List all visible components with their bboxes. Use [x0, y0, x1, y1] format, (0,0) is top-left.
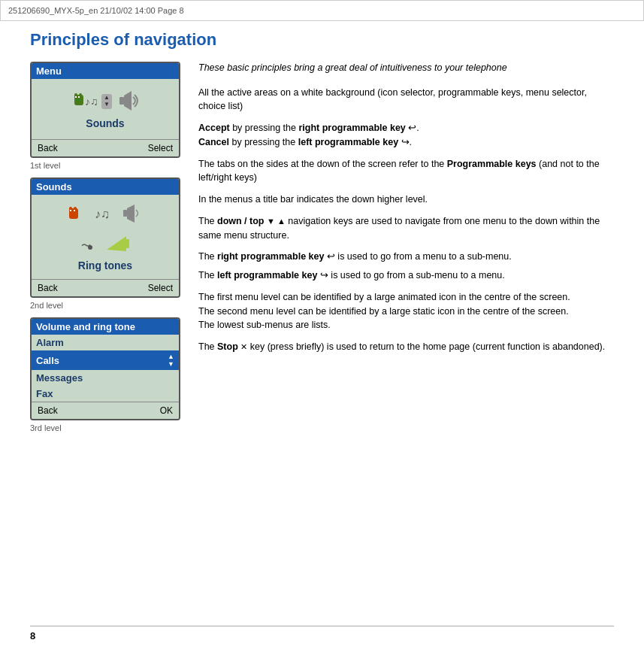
- svg-rect-3: [75, 96, 77, 98]
- screen3-list: Alarm Calls ▲ ▼ Messages: [32, 335, 179, 402]
- svg-point-18: [88, 245, 92, 250]
- screen2-icons: ♪♫: [68, 199, 143, 230]
- screen1-back: Back: [38, 143, 58, 153]
- left-column: Menu: [30, 62, 180, 440]
- screen3-titlebar: Volume and ring tone: [32, 319, 179, 335]
- nav-arrows-1: ▲ ▼: [101, 94, 112, 109]
- screen2-footer: Back Select: [32, 279, 179, 296]
- main-content: Principles of navigation Menu: [30, 30, 614, 619]
- list-item-calls: Calls ▲ ▼: [32, 350, 179, 370]
- page-header: 251206690_MYX-5p_en 21/10/02 14:00 Page …: [0, 0, 644, 21]
- page-title: Principles of navigation: [30, 30, 614, 50]
- screen1-select: Select: [148, 143, 173, 153]
- level-label-3: 3rd level: [30, 423, 180, 432]
- right-column: These basic principles bring a great dea…: [198, 62, 614, 362]
- svg-text:♪♫: ♪♫: [85, 96, 97, 108]
- svg-rect-7: [119, 97, 124, 105]
- screen2-label: Ring tones: [78, 259, 132, 271]
- content-layout: Menu: [30, 62, 614, 440]
- para-9: The Stop ✕ key (press briefly) is used t…: [198, 340, 614, 354]
- left-key-bold: left programmable key: [298, 137, 398, 147]
- svg-marker-19: [107, 236, 126, 251]
- screen2-select: Select: [148, 283, 173, 293]
- para-6: The right programmable key ↩ is used to …: [198, 250, 614, 264]
- svg-rect-20: [126, 239, 129, 248]
- speaker-icon-1: [116, 89, 139, 114]
- screen3-ok: OK: [160, 405, 173, 416]
- header-text: 251206690_MYX-5p_en 21/10/02 14:00 Page …: [8, 6, 184, 15]
- right-key-bold: right programmable key: [298, 123, 405, 133]
- svg-text:♪♫: ♪♫: [95, 208, 110, 220]
- horn-icon: [105, 233, 131, 256]
- wireless-icon: 〜: [80, 235, 101, 254]
- frog-icon: [68, 202, 90, 227]
- down-top-bold: down / top: [217, 216, 264, 226]
- left-key-bold-2: left programmable key: [217, 270, 317, 281]
- svg-rect-5: [76, 99, 80, 101]
- right-key-bold-2: right programmable key: [217, 251, 324, 262]
- para-1: All the active areas on a white backgrou…: [198, 86, 614, 114]
- arrows-symbol: ▼ ▲: [267, 217, 286, 226]
- stop-icon: ✕: [240, 341, 247, 353]
- speaker-icon-2: [122, 203, 143, 226]
- svg-marker-16: [127, 205, 135, 223]
- svg-rect-4: [78, 96, 80, 98]
- bottom-divider: [30, 626, 614, 626]
- accept-bold: Accept: [198, 123, 230, 133]
- screen1-body: ♪♫ ▲ ▼: [32, 79, 179, 139]
- screen2-back: Back: [38, 283, 58, 293]
- screen1-label: Sounds: [86, 117, 124, 129]
- para-2: Accept by pressing the right programmabl…: [198, 121, 614, 150]
- bear-icon: ♪♫: [71, 89, 97, 114]
- list-item-fax: Fax: [32, 386, 179, 402]
- level-label-2: 2nd level: [30, 301, 180, 310]
- cancel-bold: Cancel: [198, 137, 229, 147]
- list-item-messages: Messages: [32, 370, 179, 386]
- music-notes-2: ♪♫: [95, 205, 117, 225]
- scroll-indicator: ▲ ▼: [168, 353, 174, 368]
- screen1-icons: ♪♫ ▲ ▼: [71, 86, 139, 117]
- screen1-titlebar: Menu: [32, 63, 179, 79]
- svg-marker-8: [124, 91, 132, 111]
- screen2-titlebar: Sounds: [32, 179, 179, 195]
- stop-bold: Stop: [217, 341, 238, 352]
- para-4: In the menus a title bar indicates the d…: [198, 193, 614, 207]
- level-label-1: 1st level: [30, 161, 180, 170]
- screen-2: Sounds: [30, 177, 180, 298]
- page-number: 8: [30, 630, 35, 641]
- screen3-footer: Back OK: [32, 402, 179, 419]
- screen1-footer: Back Select: [32, 139, 179, 156]
- svg-rect-15: [123, 210, 127, 217]
- para-5: The down / top ▼ ▲ navigation keys are u…: [198, 214, 614, 243]
- screen3-back: Back: [38, 405, 58, 416]
- screen2-icons-row2: 〜: [80, 230, 131, 259]
- svg-rect-13: [74, 210, 75, 211]
- intro-text: These basic principles bring a great dea…: [198, 62, 614, 75]
- para-7: The left programmable key ↪ is used to g…: [198, 268, 614, 283]
- prog-keys-bold: Programmable keys: [447, 159, 537, 169]
- screen-1: Menu: [30, 62, 180, 158]
- screen-3: Volume and ring tone Alarm Calls ▲ ▼: [30, 317, 180, 420]
- para-8: The first menu level can be identified b…: [198, 290, 614, 332]
- para-3: The tabs on the sides at the down of the…: [198, 157, 614, 186]
- svg-rect-12: [70, 210, 71, 211]
- list-item-alarm: Alarm: [32, 335, 179, 350]
- screen2-body: ♪♫: [32, 195, 179, 279]
